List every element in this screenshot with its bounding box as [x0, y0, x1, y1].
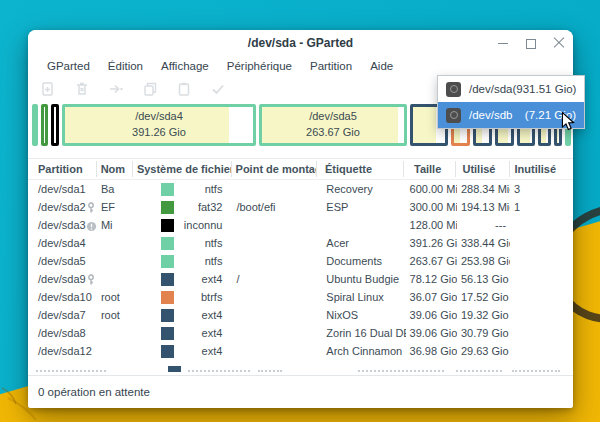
table-row[interactable]: /dev/sda9ext4/Ubuntu Budgie78.12 Gio56.1…: [28, 270, 573, 288]
cell-size: 263.67 Gio: [406, 252, 457, 270]
cell-unused: [510, 234, 573, 252]
apply-operations-icon[interactable]: [210, 81, 226, 97]
no-flag-icon: [86, 237, 96, 249]
partition-device-name: /dev/sda8: [38, 324, 86, 342]
table-row[interactable]: /dev/sda3Miinconnu128.00 Mio---: [28, 216, 573, 234]
menu-item-gparted[interactable]: GParted: [38, 58, 99, 74]
cell-mount-point: [232, 306, 318, 324]
cell-unused: [510, 252, 573, 270]
cell-name: root: [97, 288, 133, 306]
filesystem-color-swatch: [161, 273, 174, 286]
cell-partition: /dev/sda4: [28, 234, 97, 252]
bar-segment-sda5[interactable]: /dev/sda5263.67 Gio: [259, 104, 407, 146]
column-header-taille[interactable]: Taille: [404, 161, 456, 177]
column-header-nom[interactable]: Nom: [97, 161, 133, 177]
cell-label: Zorin 16 Dual DE: [318, 324, 405, 342]
bar-segment-name: /dev/sda4: [135, 109, 183, 125]
new-partition-icon[interactable]: [40, 81, 56, 97]
cell-used: 253.98 Gio: [457, 252, 510, 270]
column-header-point-de-montage[interactable]: Point de montage: [232, 161, 317, 177]
clipped-text-hint: [456, 370, 502, 372]
cell-label: [318, 216, 405, 234]
menu-item-périphérique[interactable]: Périphérique: [218, 58, 301, 74]
cell-label: Documents: [318, 252, 405, 270]
filesystem-name: btrfs: [174, 288, 228, 306]
cell-filesystem: ext4: [133, 270, 232, 288]
bar-segment-sda3[interactable]: [51, 104, 59, 146]
cell-used: 29.63 Gio: [457, 342, 510, 360]
cell-unused: [510, 270, 573, 288]
resize-move-icon[interactable]: [108, 81, 124, 97]
filesystem-color-swatch: [168, 366, 181, 372]
cell-name: root: [97, 306, 133, 324]
cell-partition: /dev/sda8: [28, 324, 97, 342]
filesystem-name: ntfs: [174, 234, 228, 252]
filesystem-name: fat32: [174, 198, 228, 216]
statusbar: 0 opération en attente: [28, 375, 573, 408]
table-row[interactable]: /dev/sda10rootbtrfsSpiral Linux36.07 Gio…: [28, 288, 573, 306]
bar-segment-sda4[interactable]: /dev/sda4391.26 Gio: [62, 104, 256, 146]
close-icon[interactable]: [553, 37, 565, 49]
gparted-window: /dev/sda - GParted GPartedÉditionAfficha…: [28, 30, 573, 408]
copy-partition-icon[interactable]: [142, 81, 158, 97]
cell-name: [97, 342, 133, 360]
cell-used: 56.13 Gio: [457, 270, 510, 288]
partition-device-name: /dev/sda9: [38, 270, 86, 288]
cell-size: 39.06 Gio: [406, 306, 457, 324]
column-header-syst-me-de-fichiers[interactable]: Système de fichiers: [133, 161, 232, 177]
clipped-text-hint: [36, 370, 106, 372]
hard-drive-icon: [446, 82, 461, 97]
partition-device-name: /dev/sda7: [38, 306, 86, 324]
paste-partition-icon[interactable]: [176, 81, 192, 97]
cell-filesystem: ntfs: [133, 234, 232, 252]
bar-segment-size: 391.26 Gio: [132, 125, 186, 141]
column-header-utilis-[interactable]: Utilisé: [456, 161, 510, 177]
cell-partition: /dev/sda3: [28, 216, 97, 234]
cell-used: 30.79 Gio: [457, 324, 510, 342]
cell-size: 300.00 Mio: [406, 198, 457, 216]
menu-item-affichage[interactable]: Affichage: [152, 58, 218, 74]
table-row[interactable]: /dev/sda1BantfsRecovery600.00 Mio288.34 …: [28, 180, 573, 198]
cell-size: 391.26 Gio: [406, 234, 457, 252]
menu-item-aide[interactable]: Aide: [361, 58, 402, 74]
filesystem-name: ext4: [174, 342, 228, 360]
table-header: PartitionNomSystème de fichiersPoint de …: [28, 158, 573, 180]
clipped-text-hint: [258, 370, 282, 372]
menu-item-édition[interactable]: Édition: [99, 58, 152, 74]
filesystem-color-swatch: [161, 291, 174, 304]
delete-partition-icon[interactable]: [74, 81, 90, 97]
table-row[interactable]: /dev/sda12ext4Arch Cinnamon36.98 Gio29.6…: [28, 342, 573, 360]
table-row[interactable]: /dev/sda8ext4Zorin 16 Dual DE39.06 Gio30…: [28, 324, 573, 342]
mouse-cursor: [561, 112, 575, 131]
table-row[interactable]: /dev/sda2EFfat32/boot/efiESP300.00 Mio19…: [28, 198, 573, 216]
column-header--tiquette[interactable]: Étiquette: [317, 161, 404, 177]
cell-label: Spiral Linux: [318, 288, 405, 306]
filesystem-name: ext4: [174, 324, 228, 342]
table-row[interactable]: /dev/sda4ntfsAcer391.26 Gio338.44 Gio: [28, 234, 573, 252]
filesystem-name: inconnu: [174, 216, 228, 234]
filesystem-color-swatch: [161, 219, 174, 232]
column-header-inutilis-[interactable]: Inutilisé: [510, 161, 573, 177]
cell-filesystem: ext4: [133, 306, 232, 324]
bar-segment-sda2[interactable]: [41, 104, 48, 146]
cell-label: Acer: [318, 234, 405, 252]
no-flag-icon: [86, 327, 96, 339]
device-option-sda[interactable]: /dev/sda(931.51 Gio): [438, 76, 584, 102]
cell-name: [97, 324, 133, 342]
table-row[interactable]: /dev/sda7rootext4NixOS39.06 Gio19.32 Gio: [28, 306, 573, 324]
menu-item-partition[interactable]: Partition: [301, 58, 361, 74]
clipped-partial-row[interactable]: [28, 360, 573, 372]
cell-name: [97, 234, 133, 252]
cell-unused: [510, 288, 573, 306]
cell-filesystem: btrfs: [133, 288, 232, 306]
clipped-text-hint: [188, 370, 250, 372]
titlebar[interactable]: /dev/sda - GParted: [28, 30, 573, 56]
column-header-partition[interactable]: Partition: [28, 161, 97, 177]
minimize-icon[interactable]: [497, 37, 509, 49]
maximize-icon[interactable]: [525, 37, 537, 49]
bar-segment-sda1[interactable]: [32, 104, 38, 146]
cell-label: Recovery: [318, 180, 405, 198]
partition-device-name: /dev/sda12: [38, 342, 92, 360]
bar-segment-label: /dev/sda4391.26 Gio: [65, 107, 253, 143]
table-row[interactable]: /dev/sda5ntfsDocuments263.67 Gio253.98 G…: [28, 252, 573, 270]
